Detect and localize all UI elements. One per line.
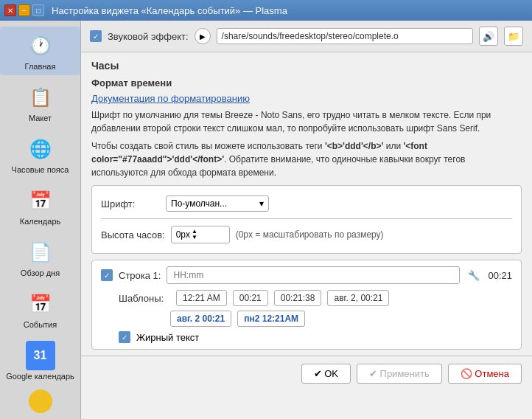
window-title: Настройка виджета «Календарь событий» — … — [52, 5, 287, 16]
spinbox-arrows: ▲ ▼ — [192, 229, 197, 240]
font-row: Шрифт: По-умолчан... ▾ — [101, 192, 512, 215]
minimize-button[interactable]: − — [18, 4, 30, 16]
ok-button[interactable]: ✔ OK — [301, 364, 351, 384]
template-button-0[interactable]: 12:21 AM — [176, 290, 227, 306]
sidebar-label-events: События — [24, 320, 57, 329]
row1-check-icon: ✓ — [104, 271, 110, 280]
sidebar-item-dayview[interactable]: 📄 Обзор дня — [0, 233, 80, 282]
sidebar-item-calendar[interactable]: 📅 Календарь — [0, 181, 80, 230]
sound-play-button[interactable]: ▶ — [195, 28, 211, 44]
row1-clear-button[interactable]: 🔧 — [466, 267, 482, 283]
bold-check-icon: ✓ — [122, 333, 127, 342]
bold-row: ✓ Жирный текст — [119, 331, 512, 343]
row1-section: ✓ Строка 1: 🔧 00:21 Шаблоны: 12:21 AM 00… — [91, 260, 522, 350]
browse-icon: 📁 — [508, 31, 519, 42]
row1-time-display: 00:21 — [488, 270, 512, 281]
info-text-1: Шрифт по умолчанию для темы Breeze - Not… — [81, 108, 532, 135]
sidebar-label-home: Главная — [25, 62, 56, 71]
extra-template-button-0[interactable]: авг. 2 00:21 — [170, 311, 231, 327]
sound-checkbox[interactable]: ✓ — [90, 30, 102, 42]
row1-checkbox[interactable]: ✓ — [101, 269, 113, 281]
font-label: Шрифт: — [101, 198, 160, 210]
font-select-value: По-умолчан... — [171, 198, 227, 209]
folder-icon: 🔊 — [483, 31, 494, 42]
home-icon: 🕐 — [26, 31, 55, 60]
sidebar-label-layout: Макет — [29, 114, 52, 122]
sidebar: 🕐 Главная 📋 Макет 🌐 Часовые пояса 📅 Кале… — [0, 21, 81, 419]
bold-label: Жирный текст — [136, 332, 199, 343]
doc-link[interactable]: Документация по форматированию — [81, 93, 532, 104]
sound-browse-button[interactable]: 📁 — [504, 27, 523, 46]
maximize-button[interactable]: □ — [32, 4, 44, 16]
sound-bar: ✓ Звуковой эффект: ▶ /share/sounds/freed… — [81, 21, 532, 52]
dayview-icon: 📄 — [26, 238, 55, 267]
height-label: Высота часов: — [101, 229, 165, 240]
sound-label: Звуковой эффект: — [108, 31, 189, 42]
sound-folder-button[interactable]: 🔊 — [479, 27, 498, 46]
sidebar-label-timezones: Часовые пояса — [12, 165, 69, 174]
calendar-icon: 📅 — [26, 186, 55, 215]
titlebar: ✕ − □ Настройка виджета «Календарь событ… — [0, 0, 532, 21]
font-select[interactable]: По-умолчан... ▾ — [166, 195, 269, 212]
height-spinbox[interactable]: 0px ▲ ▼ — [171, 226, 230, 243]
down-arrow-icon[interactable]: ▼ — [192, 235, 197, 240]
clocks-header: Часы — [81, 52, 532, 75]
template-button-3[interactable]: авг. 2, 00:21 — [327, 290, 389, 306]
apply-button[interactable]: ✔ Применить — [357, 364, 442, 384]
sidebar-item-gcalendar[interactable]: 31 Google календарь — [0, 336, 80, 385]
sidebar-item-timezones[interactable]: 🌐 Часовые пояса — [0, 130, 80, 179]
row1-input[interactable] — [167, 266, 460, 284]
bottom-bar: ✔ OK ✔ Применить 🚫 Отмена — [81, 356, 532, 391]
sidebar-item-layout[interactable]: 📋 Макет — [0, 78, 80, 127]
extra-template-button-1[interactable]: пн2 12:21AM — [237, 311, 305, 327]
sidebar-item-home[interactable]: 🕐 Главная — [0, 27, 80, 75]
sidebar-item-events[interactable]: 📅 События — [0, 285, 80, 333]
sound-path-display: /share/sounds/freedesktop/stereo/complet… — [217, 28, 473, 44]
height-hint: (0px = масштабировать по размеру) — [236, 229, 384, 240]
sidebar-label-dayview: Обзор дня — [21, 269, 60, 277]
events-icon: 📅 — [26, 289, 55, 319]
timezones-icon: 🌐 — [26, 134, 55, 164]
status-circle — [29, 389, 52, 413]
close-button[interactable]: ✕ — [4, 4, 16, 16]
row1-header: ✓ Строка 1: 🔧 00:21 — [101, 266, 512, 284]
height-value: 0px — [176, 229, 190, 240]
gcalendar-icon: 31 — [26, 341, 55, 370]
main-layout: 🕐 Главная 📋 Макет 🌐 Часовые пояса 📅 Кале… — [0, 21, 532, 419]
font-height-panel: Шрифт: По-умолчан... ▾ Высота часов: 0px… — [91, 185, 522, 254]
template-button-1[interactable]: 00:21 — [233, 290, 268, 306]
height-row: Высота часов: 0px ▲ ▼ (0px = масштабиров… — [101, 222, 512, 247]
cancel-button[interactable]: 🚫 Отмена — [448, 364, 522, 384]
bold-checkbox[interactable]: ✓ — [119, 331, 130, 343]
sidebar-label-gcalendar: Google календарь — [6, 372, 74, 381]
chevron-down-icon: ▾ — [259, 198, 264, 209]
sidebar-label-calendar: Календарь — [20, 217, 61, 226]
info-text-2: Чтобы создать свой стиль вы можете испол… — [81, 139, 532, 179]
templates-row: Шаблоны: 12:21 AM 00:21 00:21:38 авг. 2,… — [119, 290, 512, 306]
titlebar-buttons: ✕ − □ — [4, 4, 44, 16]
extra-templates-row: авг. 2 00:21 пн2 12:21AM — [170, 311, 512, 327]
check-icon: ✓ — [93, 32, 99, 41]
clear-icon: 🔧 — [468, 270, 480, 281]
template-button-2[interactable]: 00:21:38 — [274, 290, 322, 306]
content-area: ✓ Звуковой эффект: ▶ /share/sounds/freed… — [81, 21, 532, 419]
row1-label: Строка 1: — [119, 270, 161, 281]
templates-label: Шаблоны: — [119, 293, 170, 304]
format-header: Формат времени — [81, 75, 532, 93]
divider — [101, 218, 512, 219]
layout-icon: 📋 — [26, 83, 55, 112]
